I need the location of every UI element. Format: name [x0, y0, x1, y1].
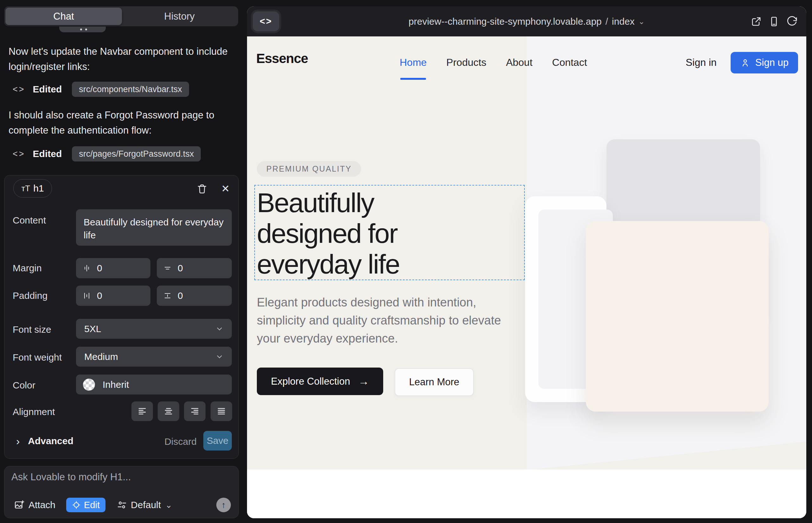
- close-icon: ✕: [222, 183, 230, 195]
- align-justify-button[interactable]: [211, 401, 232, 421]
- send-button[interactable]: ↑: [216, 498, 231, 512]
- margin-vertical-icon: [163, 264, 172, 273]
- delete-element-button[interactable]: [195, 182, 209, 196]
- align-left-button[interactable]: [131, 401, 153, 421]
- chevron-down-icon: [215, 353, 224, 361]
- edited-label: Edited: [33, 84, 62, 95]
- preview-toolbar: preview--charming-site-symphony.lovable.…: [247, 6, 806, 36]
- tab-history[interactable]: History: [122, 7, 237, 25]
- url-page: index: [612, 16, 635, 27]
- margin-label: Margin: [13, 263, 42, 273]
- chevron-down-icon: [215, 325, 224, 333]
- mobile-view-button[interactable]: [768, 15, 780, 28]
- sign-up-button[interactable]: Sign up: [730, 52, 798, 73]
- font-weight-value: Medium: [84, 351, 118, 362]
- preview-url[interactable]: preview--charming-site-symphony.lovable.…: [247, 6, 806, 36]
- nav-link-contact[interactable]: Contact: [552, 57, 587, 68]
- margin-y-input[interactable]: [178, 263, 203, 273]
- code-icon: <>: [13, 85, 25, 94]
- attach-button[interactable]: Attach: [14, 500, 55, 510]
- content-input[interactable]: Beautifully designed for everyday life: [76, 209, 232, 246]
- refresh-icon: [786, 16, 797, 27]
- padding-vertical-icon: [163, 291, 172, 300]
- code-icon: <>: [13, 149, 25, 159]
- composer-input[interactable]: [12, 471, 230, 495]
- font-weight-label: Font weight: [13, 352, 62, 363]
- site-auth: Sign in Sign up: [686, 36, 798, 89]
- composer-toolbar: Attach Edit Default ⌄: [14, 498, 231, 512]
- user-icon: [740, 58, 750, 68]
- mode-label: Default: [131, 500, 161, 510]
- align-right-button[interactable]: [184, 401, 206, 421]
- chat-history-tabbar: Chat History: [4, 6, 238, 26]
- padding-y-input[interactable]: [178, 290, 203, 301]
- section-below-hero: [247, 469, 806, 518]
- edit-label: Edit: [84, 500, 100, 510]
- align-center-button[interactable]: [158, 401, 179, 421]
- app-window: Chat History Now let's update the Navbar…: [0, 0, 812, 523]
- color-field[interactable]: Inherit: [76, 375, 232, 395]
- chat-composer: Attach Edit Default ⌄: [4, 466, 239, 518]
- align-center-icon: [164, 407, 173, 416]
- margin-x-field[interactable]: [76, 258, 151, 278]
- content-label: Content: [13, 215, 46, 226]
- padding-y-field[interactable]: [157, 286, 232, 306]
- refresh-button[interactable]: [785, 15, 798, 28]
- preview-panel: preview--charming-site-symphony.lovable.…: [247, 6, 806, 518]
- margin-x-input[interactable]: [97, 263, 122, 273]
- site-logo[interactable]: Essence: [256, 51, 308, 66]
- element-editor-panel: тT h1 ✕ Content Beautifully designed for…: [4, 175, 239, 459]
- hero-description[interactable]: Elegant products designed with intention…: [257, 293, 507, 348]
- padding-label: Padding: [13, 290, 48, 301]
- sign-in-link[interactable]: Sign in: [686, 57, 717, 68]
- hero-heading[interactable]: Beautifully designed for everyday life: [257, 187, 466, 279]
- arrow-right-icon: →: [358, 375, 369, 387]
- advanced-toggle[interactable]: › Advanced: [16, 436, 73, 446]
- padding-x-field[interactable]: [76, 286, 151, 306]
- edit-mode-button[interactable]: Edit: [66, 498, 105, 512]
- explore-collection-button[interactable]: Explore Collection →: [257, 367, 383, 395]
- element-tag-name: h1: [33, 183, 44, 194]
- nav-link-home[interactable]: Home: [400, 57, 427, 68]
- align-left-icon: [138, 407, 147, 416]
- open-in-new-tab-button[interactable]: [750, 15, 763, 28]
- edited-file-row: <> Edited src/components/Navbar.tsx: [13, 82, 189, 97]
- chevron-down-icon: ⌄: [165, 502, 172, 508]
- margin-y-field[interactable]: [157, 258, 232, 278]
- tab-chat-label[interactable]: Chat: [5, 7, 122, 25]
- decorative-card-beige: [586, 221, 769, 412]
- url-host: preview--charming-site-symphony.lovable.…: [408, 16, 602, 27]
- nav-link-about[interactable]: About: [506, 57, 533, 68]
- mode-select[interactable]: Default ⌄: [117, 500, 172, 510]
- close-panel-button[interactable]: ✕: [218, 182, 232, 196]
- file-chip[interactable]: src/pages/ForgotPassword.tsx: [72, 146, 201, 161]
- scrolled-chip-remnant: [59, 26, 106, 32]
- url-separator: /: [605, 16, 608, 27]
- chevron-down-icon: ⌄: [638, 19, 645, 24]
- padding-x-input[interactable]: [97, 290, 122, 301]
- transparency-swatch-icon: [83, 379, 95, 391]
- code-view-toggle[interactable]: <>: [253, 12, 279, 31]
- chat-message: I should also create a Forgot Password p…: [8, 108, 232, 138]
- smartphone-icon: [768, 16, 780, 27]
- color-value: Inherit: [103, 379, 129, 390]
- advanced-label: Advanced: [28, 436, 73, 446]
- align-justify-icon: [217, 407, 226, 416]
- code-icon: <>: [260, 16, 272, 26]
- external-link-icon: [751, 16, 762, 27]
- margin-horizontal-icon: [82, 264, 91, 273]
- font-size-value: 5XL: [84, 324, 101, 334]
- save-button[interactable]: Save: [203, 431, 232, 451]
- font-size-select[interactable]: 5XL: [76, 319, 232, 339]
- sliders-icon: [117, 500, 127, 510]
- attach-label: Attach: [29, 500, 55, 510]
- hero-badge: PREMIUM QUALITY: [257, 161, 361, 177]
- alignment-label: Alignment: [13, 407, 55, 417]
- sign-up-label: Sign up: [755, 57, 789, 68]
- font-weight-select[interactable]: Medium: [76, 347, 232, 366]
- file-chip[interactable]: src/components/Navbar.tsx: [72, 82, 189, 97]
- nav-link-products[interactable]: Products: [446, 57, 486, 68]
- discard-button[interactable]: Discard: [163, 436, 198, 447]
- chat-message: Now let's update the Navbar component to…: [8, 44, 232, 74]
- learn-more-button[interactable]: Learn More: [394, 368, 474, 396]
